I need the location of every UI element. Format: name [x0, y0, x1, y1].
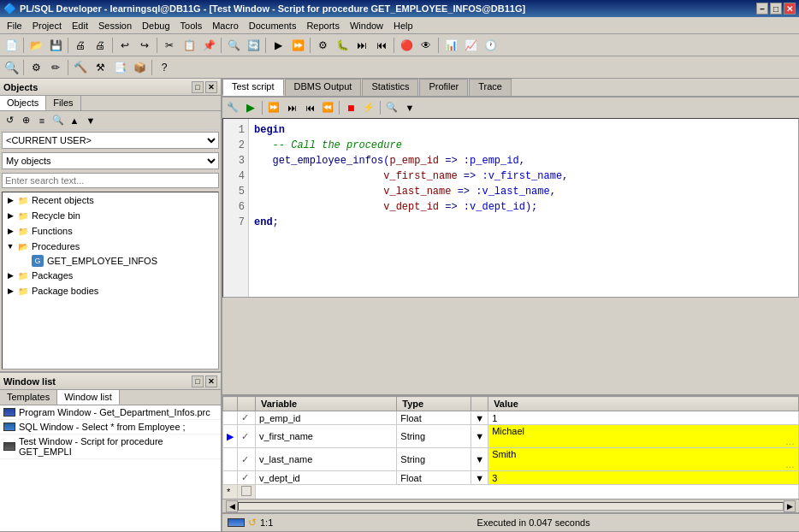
menu-debug[interactable]: Debug: [137, 19, 175, 33]
objects-hide-btn[interactable]: ✕: [205, 81, 217, 93]
step-into-btn[interactable]: ⏩: [265, 99, 282, 116]
open-btn[interactable]: 📂: [27, 36, 45, 55]
search-input[interactable]: [2, 173, 219, 188]
minimize-button[interactable]: –: [756, 3, 768, 15]
add-obj-btn[interactable]: ⊕: [18, 113, 33, 128]
menu-reports[interactable]: Reports: [301, 19, 345, 33]
save-btn[interactable]: 💾: [46, 36, 65, 55]
cell-value[interactable]: …: [488, 425, 799, 448]
watch-btn[interactable]: 👁: [417, 36, 435, 55]
step-btn[interactable]: ⏭: [352, 36, 371, 55]
find-script-btn[interactable]: 🔍: [383, 99, 400, 116]
menu-tools[interactable]: Tools: [175, 19, 208, 33]
find-obj-btn[interactable]: 🔍: [50, 113, 66, 128]
up-btn[interactable]: ▲: [67, 113, 82, 128]
cell-type-arrow[interactable]: ▼: [471, 471, 488, 485]
tab-files[interactable]: Files: [46, 96, 80, 110]
describe-btn[interactable]: 📑: [110, 58, 129, 77]
menu-help[interactable]: Help: [388, 19, 418, 33]
tab-dbms-output[interactable]: DBMS Output: [285, 79, 362, 96]
step-out-btn[interactable]: ⏮: [301, 99, 318, 116]
tab-statistics[interactable]: Statistics: [362, 79, 418, 96]
tree-item-package-bodies[interactable]: ▶ 📁 Package bodies: [3, 283, 218, 299]
refresh-btn[interactable]: ↺: [2, 113, 17, 128]
cell-expand-btn[interactable]: …: [785, 459, 795, 470]
code-content[interactable]: begin -- Call the procedure get_employee…: [249, 119, 798, 297]
new-btn[interactable]: 📄: [2, 36, 21, 55]
menu-edit[interactable]: Edit: [67, 19, 93, 33]
wl-float-btn[interactable]: □: [192, 375, 204, 387]
explain-btn[interactable]: 📊: [441, 36, 460, 55]
history-btn[interactable]: 🕐: [481, 36, 500, 55]
tree-item-functions[interactable]: ▶ 📁 Functions: [3, 223, 218, 239]
tab-test-script[interactable]: Test script: [222, 79, 284, 96]
menu-session[interactable]: Session: [93, 19, 137, 33]
compile3-btn[interactable]: ⚒: [91, 58, 109, 77]
scroll-left-btn[interactable]: ◀: [226, 500, 238, 512]
find-dropdown-btn[interactable]: ▼: [401, 99, 418, 116]
close-button[interactable]: ✕: [784, 3, 796, 15]
cell-input[interactable]: [492, 449, 795, 459]
user-select-dropdown[interactable]: <CURRENT USER>: [2, 132, 219, 149]
tab-objects[interactable]: Objects: [0, 96, 46, 110]
autotrace-btn[interactable]: 📈: [461, 36, 480, 55]
tab-profiler[interactable]: Profiler: [419, 79, 468, 96]
tab-templates[interactable]: Templates: [0, 390, 57, 405]
menu-project[interactable]: Project: [27, 19, 67, 33]
menu-window[interactable]: Window: [345, 19, 388, 33]
settings-btn[interactable]: ⚙: [27, 58, 45, 77]
tree-item-recycle[interactable]: ▶ 📁 Recycle bin: [3, 208, 218, 223]
my-objects-dropdown[interactable]: My objects All objects: [2, 152, 219, 169]
cut-btn[interactable]: ✂: [160, 36, 179, 55]
wl-item-sql[interactable]: SQL Window - Select * from Employee ;: [0, 420, 221, 434]
objects-float-btn[interactable]: □: [192, 81, 204, 93]
h-scrollbar[interactable]: [238, 502, 784, 511]
tree-item-packages[interactable]: ▶ 📁 Packages: [3, 268, 218, 283]
tree-item-recent[interactable]: ▶ 📁 Recent objects: [3, 192, 218, 208]
compile2-btn[interactable]: 🔨: [71, 58, 90, 77]
cell-type-arrow[interactable]: ▼: [471, 448, 488, 471]
object-btn[interactable]: 📦: [130, 58, 149, 77]
tab-window-list[interactable]: Window list: [57, 390, 120, 405]
wl-item-test[interactable]: Test Window - Script for procedure GET_E…: [0, 434, 221, 459]
run-btn[interactable]: ▶: [269, 36, 287, 55]
copy-btn[interactable]: 📋: [180, 36, 198, 55]
menu-file[interactable]: File: [2, 19, 27, 33]
cell-input[interactable]: [492, 473, 795, 483]
pause-btn[interactable]: ⚡: [360, 99, 377, 116]
edit-settings-btn[interactable]: 🔧: [224, 99, 241, 116]
step-over-btn[interactable]: ⏭: [283, 99, 300, 116]
down-btn[interactable]: ▼: [83, 113, 98, 128]
undo-btn[interactable]: ↩: [115, 36, 134, 55]
maximize-button[interactable]: □: [770, 3, 782, 15]
run-to-btn[interactable]: ⏪: [319, 99, 336, 116]
scroll-right-btn[interactable]: ▶: [784, 500, 796, 512]
tab-trace[interactable]: Trace: [469, 79, 512, 96]
compile-btn[interactable]: ⚙: [313, 36, 332, 55]
debug-btn[interactable]: 🐛: [333, 36, 352, 55]
menu-macro[interactable]: Macro: [207, 19, 244, 33]
cell-expand-btn[interactable]: …: [785, 436, 795, 446]
redo-btn[interactable]: ↪: [135, 36, 154, 55]
paste-btn[interactable]: 📌: [199, 36, 218, 55]
print2-btn[interactable]: 🖨: [91, 36, 109, 55]
search-btn[interactable]: 🔍: [224, 36, 243, 55]
replace-btn[interactable]: 🔄: [244, 36, 263, 55]
print-btn[interactable]: 🖨: [71, 36, 90, 55]
stop-btn[interactable]: ⏹: [342, 99, 359, 116]
stepover-btn[interactable]: ⏮: [372, 36, 391, 55]
cell-type-arrow[interactable]: ▼: [471, 411, 488, 425]
code-editor[interactable]: 1 2 3 4 5 6 7 begin -- Call the procedur…: [222, 118, 799, 298]
cell-input[interactable]: [492, 426, 795, 436]
breakpoint-btn[interactable]: 🔴: [397, 36, 416, 55]
wl-hide-btn[interactable]: ✕: [205, 375, 217, 387]
zoom-btn[interactable]: 🔍: [2, 58, 21, 77]
tree-item-get-employee[interactable]: G GET_EMPLOYEE_INFOS: [3, 254, 218, 268]
run-script-btn[interactable]: ▶: [242, 99, 259, 116]
pencil-btn[interactable]: ✏: [46, 58, 65, 77]
help-btn[interactable]: ?: [155, 58, 174, 77]
cell-value[interactable]: [488, 471, 799, 485]
menu-documents[interactable]: Documents: [244, 19, 302, 33]
cell-value[interactable]: …: [488, 448, 799, 471]
wl-item-prog[interactable]: Program Window - Get_Department_Infos.pr…: [0, 405, 221, 420]
